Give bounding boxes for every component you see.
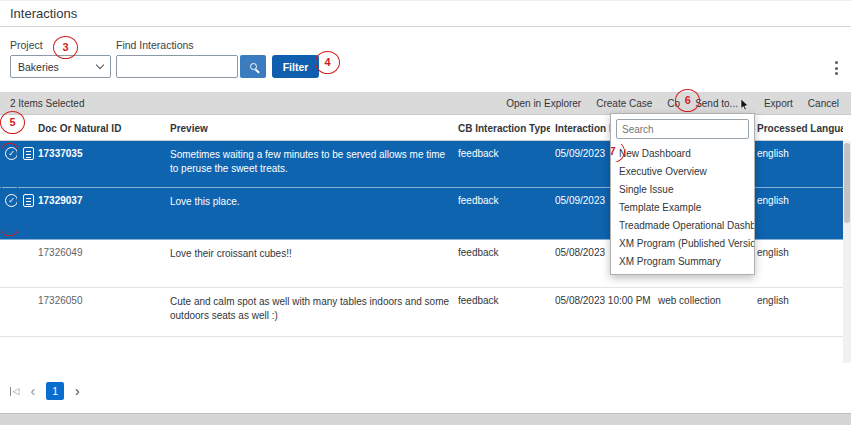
annotation-circle-4: 4	[315, 51, 340, 74]
action-open-in-explorer[interactable]: Open in Explorer	[506, 98, 581, 109]
project-select-value: Bakeries	[18, 61, 59, 73]
filter-button[interactable]: Filter	[272, 55, 319, 78]
cell-doc-id: 17326049	[38, 247, 164, 258]
page-title: Interactions	[10, 6, 77, 21]
menu-item-treadmade-operational-dashboard[interactable]: Treadmade Operational Dashboard	[611, 216, 754, 234]
first-page-icon[interactable]: ◁	[10, 387, 19, 396]
selected-count: 2 Items Selected	[10, 98, 84, 109]
menu-item-label: New Dashboard	[619, 148, 691, 159]
action-create-case[interactable]: Create Case	[596, 98, 652, 109]
cell-date: 05/08/2023 10:00 PM	[555, 295, 655, 306]
title-bar: Interactions	[0, 1, 851, 27]
menu-item-single-issue[interactable]: Single Issue	[611, 180, 754, 198]
cell-language: english	[757, 295, 843, 306]
menu-search-input[interactable]	[616, 119, 749, 139]
chevron-down-icon	[96, 61, 104, 69]
menu-item-new-dashboard[interactable]: New Dashboard 7	[611, 144, 754, 162]
search-button[interactable]	[240, 55, 266, 78]
annotation-circle-6: 6	[675, 89, 700, 112]
cell-language: english	[757, 195, 843, 206]
menu-item-executive-overview[interactable]: Executive Overview	[611, 162, 754, 180]
menu-item-xm-program-summary[interactable]: XM Program Summary	[611, 252, 754, 270]
send-to-menu: New Dashboard 7 Executive Overview Singl…	[610, 113, 755, 275]
find-interactions-input[interactable]	[116, 55, 238, 78]
next-page-icon[interactable]: ›	[75, 384, 80, 398]
overflow-menu-button[interactable]	[829, 58, 843, 78]
scrollbar-thumb[interactable]	[844, 143, 850, 223]
interactions-page: Interactions Project Bakeries Find Inter…	[0, 0, 851, 425]
cell-language: english	[757, 148, 843, 159]
cell-doc-id: 17329037	[38, 195, 164, 206]
annotation-circle-7: 7	[611, 144, 625, 162]
project-select[interactable]: Bakeries	[10, 55, 111, 78]
kebab-icon	[835, 61, 838, 64]
search-icon	[250, 63, 257, 70]
cell-language: english	[757, 247, 843, 258]
column-doc-id[interactable]: Doc Or Natural ID	[38, 123, 164, 134]
cell-type: feedback	[458, 247, 550, 258]
find-interactions-label: Find Interactions	[116, 39, 194, 51]
footer-strip	[0, 413, 851, 425]
document-icon[interactable]	[23, 194, 34, 207]
action-cancel[interactable]: Cancel	[808, 98, 839, 109]
column-processed-language[interactable]: Processed Language	[757, 123, 843, 134]
cell-preview: Sometimes waiting a few minutes to be se…	[170, 148, 454, 176]
cell-preview: Cute and calm spot as well with many tab…	[170, 295, 454, 323]
column-interaction-type[interactable]: CB Interaction Type	[458, 123, 550, 134]
cell-type: feedback	[458, 148, 550, 159]
cell-type: feedback	[458, 195, 550, 206]
annotation-rect-checkboxes	[1, 143, 18, 236]
filter-bar: Project Bakeries Find Interactions Filte…	[0, 28, 851, 92]
cell-preview: Love their croissant cubes!!	[170, 247, 454, 261]
cell-source: web collection	[658, 295, 752, 306]
cell-preview: Love this place.	[170, 195, 454, 209]
column-preview[interactable]: Preview	[170, 123, 454, 134]
toolbar-actions: Open in Explorer Create Case Co 6 Send t…	[506, 96, 839, 111]
annotation-circle-5: 5	[0, 111, 25, 134]
cell-type: feedback	[458, 295, 550, 306]
prev-page-icon[interactable]: ‹	[30, 384, 35, 398]
action-send-to-label: Send to...	[695, 98, 738, 109]
menu-item-xm-program-published[interactable]: XM Program (Published Version)	[611, 234, 754, 252]
page-number-button[interactable]: 1	[46, 382, 64, 400]
table-scrollbar[interactable]	[843, 141, 851, 363]
table-row[interactable]: 17326050 Cute and calm spot as well with…	[0, 288, 843, 337]
document-icon[interactable]	[23, 147, 34, 160]
action-copy[interactable]: Co 6	[667, 98, 680, 109]
cursor-icon	[740, 99, 749, 111]
cell-doc-id: 17337035	[38, 148, 164, 159]
selection-toolbar: 2 Items Selected Open in Explorer Create…	[0, 92, 851, 115]
cell-doc-id: 17326050	[38, 295, 164, 306]
action-send-to[interactable]: Send to...	[695, 96, 749, 111]
action-export[interactable]: Export	[764, 98, 793, 109]
menu-item-template-example[interactable]: Template Example	[611, 198, 754, 216]
project-label: Project	[10, 39, 43, 51]
annotation-circle-3: 3	[53, 36, 78, 59]
pagination: ◁ ‹ 1 ›	[10, 381, 80, 401]
